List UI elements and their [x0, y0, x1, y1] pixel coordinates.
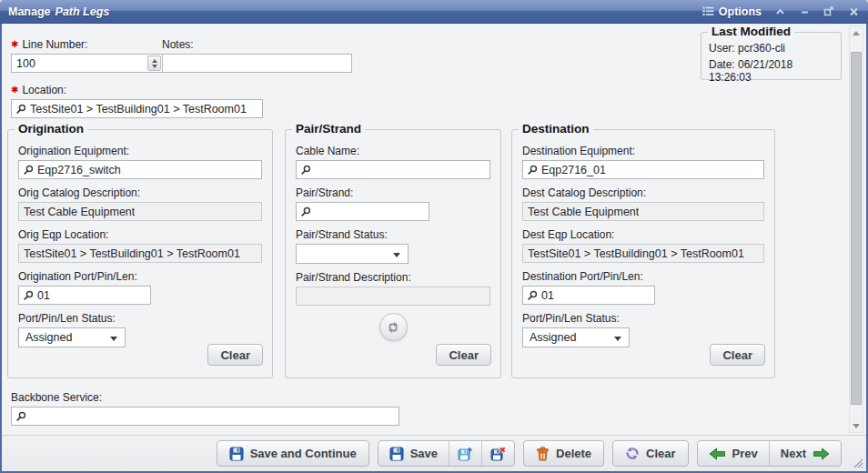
last-modified-legend: Last Modified	[708, 25, 794, 38]
pair-strand-status-select[interactable]	[296, 244, 409, 264]
destination-clear-button[interactable]: Clear	[710, 344, 765, 366]
dest-eqp-location-field: TestSite01 > TestBuilding01 > TestRoom01	[522, 244, 764, 263]
line-number-label: ✱Line Number:	[11, 38, 164, 51]
save-icon	[229, 447, 244, 461]
scrollbar-track[interactable]	[850, 39, 863, 419]
origination-port-pin-len-label: Origination Port/Pin/Len:	[18, 270, 262, 283]
origination-equipment-input[interactable]	[37, 161, 257, 178]
notes-input[interactable]	[167, 55, 347, 72]
pair-strand-description-field	[296, 287, 490, 306]
bottom-toolbar: Save and Continue Save	[2, 435, 866, 471]
pair-strand-label: Pair/Strand:	[296, 186, 490, 199]
destination-port-pin-len-input[interactable]	[541, 287, 650, 304]
save-button[interactable]: Save	[378, 441, 449, 466]
destination-port-pin-len-label: Destination Port/Pin/Len:	[522, 270, 764, 283]
swap-arrows-icon	[386, 320, 400, 335]
location-field	[11, 99, 263, 118]
destination-equipment-field	[522, 160, 764, 179]
origination-equipment-label: Origination Equipment:	[18, 145, 262, 157]
save-close-button[interactable]	[481, 441, 514, 466]
search-icon	[301, 206, 311, 216]
spinner-stepper-icon[interactable]	[147, 55, 161, 71]
search-icon	[24, 165, 34, 175]
backbone-service-field	[11, 407, 399, 426]
search-icon	[16, 411, 26, 421]
cable-name-field	[296, 160, 490, 179]
prev-next-button-group: Prev Next	[697, 440, 842, 467]
location-input[interactable]	[30, 100, 257, 117]
origination-port-pin-len-field	[18, 286, 151, 305]
origination-panel: Origination Origination Equipment: Orig …	[7, 129, 273, 378]
last-modified-date: Date: 06/21/2018 13:26:03	[709, 58, 833, 84]
dest-eqp-location-label: Dest Eqp Location:	[522, 228, 764, 241]
destination-panel: Destination Destination Equipment: Dest …	[511, 129, 775, 378]
title-bar[interactable]: ManagePath Legs Options	[0, 0, 868, 24]
dest-port-pin-len-status-select[interactable]: Assigned	[522, 327, 630, 347]
location-label: ✱Location:	[11, 84, 263, 96]
line-number-input[interactable]	[16, 55, 144, 72]
line-number-field	[11, 54, 164, 73]
arrow-left-icon	[709, 448, 726, 460]
destination-equipment-input[interactable]	[541, 161, 759, 178]
search-icon	[24, 290, 34, 300]
origination-port-pin-len-input[interactable]	[37, 287, 146, 304]
last-modified-panel: Last Modified User: pcr360-cli Date: 06/…	[701, 32, 842, 80]
backbone-service-input[interactable]	[30, 408, 394, 425]
save-and-continue-button[interactable]: Save and Continue	[217, 440, 369, 467]
pair-strand-clear-button[interactable]: Clear	[436, 344, 491, 366]
manage-path-legs-window: ManagePath Legs Options	[0, 0, 868, 473]
orig-port-pin-len-status-label: Port/Pin/Len Status:	[18, 312, 262, 325]
origination-equipment-field	[18, 160, 262, 179]
collapse-icon[interactable]	[773, 5, 786, 18]
orig-catalog-description-field: Test Cable Equipment	[18, 202, 262, 221]
cable-name-input[interactable]	[315, 161, 485, 178]
options-button[interactable]: Options	[702, 5, 762, 18]
resize-grip[interactable]	[852, 457, 863, 468]
pair-strand-status-label: Pair/Strand Status:	[296, 228, 490, 241]
search-icon	[528, 165, 538, 175]
pair-strand-field	[296, 202, 429, 221]
scroll-up-icon[interactable]	[850, 26, 863, 39]
backbone-service-label: Backbone Service:	[11, 391, 399, 404]
options-list-icon	[702, 6, 714, 16]
clear-button[interactable]: Clear	[612, 440, 689, 467]
destination-legend: Destination	[519, 122, 593, 136]
save-new-button[interactable]	[449, 441, 481, 466]
close-icon[interactable]	[847, 5, 860, 18]
cable-name-label: Cable Name:	[296, 145, 490, 157]
required-asterisk: ✱	[11, 39, 18, 49]
search-icon	[301, 165, 311, 175]
save-close-icon	[490, 447, 506, 461]
save-button-group: Save	[378, 440, 515, 467]
refresh-icon	[625, 447, 640, 460]
pair-strand-input[interactable]	[315, 203, 424, 220]
required-asterisk: ✱	[11, 85, 18, 95]
form-scroll-area: ✱Line Number: Notes: Last Modified User:…	[2, 24, 866, 435]
scroll-down-icon[interactable]	[850, 419, 863, 432]
vertical-scrollbar[interactable]	[849, 25, 863, 433]
origination-legend: Origination	[15, 122, 87, 136]
arrow-right-icon	[812, 448, 830, 460]
popout-icon[interactable]	[823, 5, 835, 18]
origination-clear-button[interactable]: Clear	[207, 344, 263, 366]
window-title: ManagePath Legs	[8, 5, 109, 18]
last-modified-user: User: pcr360-cli	[709, 42, 833, 55]
pair-strand-description-label: Pair/Strand Description:	[296, 271, 490, 284]
dest-catalog-description-label: Dest Catalog Description:	[522, 186, 764, 199]
notes-label: Notes:	[162, 38, 352, 51]
next-button[interactable]: Next	[769, 441, 841, 466]
save-new-icon	[458, 447, 473, 461]
orig-catalog-description-label: Orig Catalog Description:	[18, 186, 262, 199]
minimize-icon[interactable]	[798, 5, 811, 18]
save-icon	[389, 447, 404, 461]
delete-button[interactable]: Delete	[523, 440, 604, 467]
dest-port-pin-len-status-label: Port/Pin/Len Status:	[522, 312, 764, 325]
scrollbar-thumb[interactable]	[851, 52, 862, 405]
trash-icon	[536, 447, 550, 461]
search-icon	[528, 290, 538, 300]
destination-equipment-label: Destination Equipment:	[522, 145, 764, 157]
orig-eqp-location-label: Orig Eqp Location:	[18, 228, 262, 241]
swap-pair-strand-button[interactable]	[379, 313, 408, 341]
prev-button[interactable]: Prev	[698, 441, 769, 466]
orig-port-pin-len-status-select[interactable]: Assigned	[18, 327, 126, 347]
